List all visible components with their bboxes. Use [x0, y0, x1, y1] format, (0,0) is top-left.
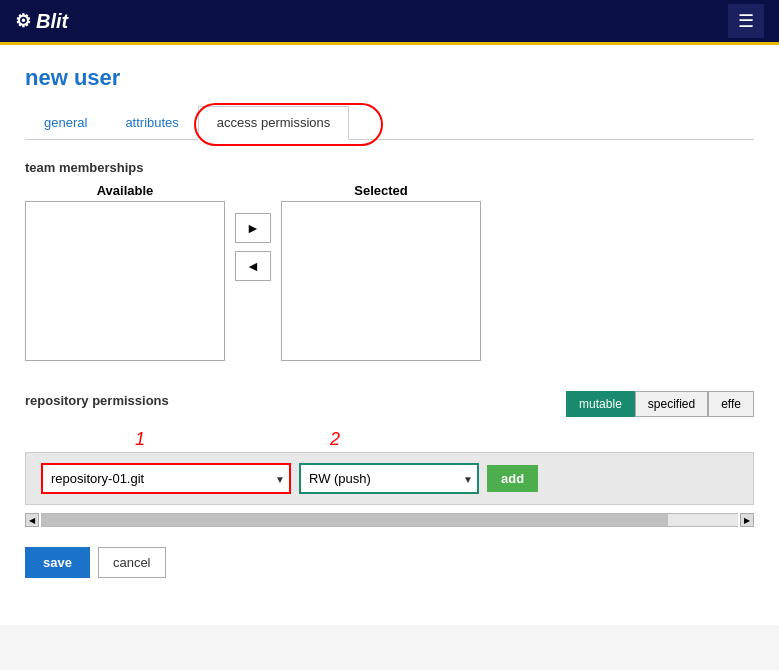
- move-left-icon: ◄: [246, 258, 260, 274]
- scroll-track: [41, 513, 738, 527]
- scroll-thumb: [41, 514, 668, 526]
- repo-permissions-label: repository permissions: [25, 393, 169, 408]
- annotation-1: 1: [135, 429, 145, 450]
- header: ⚙ Blit ☰: [0, 0, 779, 45]
- repo-permissions-header: repository permissions mutable specified…: [25, 391, 754, 417]
- logo-icon: ⚙: [15, 10, 31, 32]
- team-memberships-label: team memberships: [25, 160, 754, 175]
- repo-select-wrapper: repository-01.git repository-02.git ▼: [41, 463, 291, 494]
- available-list-box[interactable]: [25, 201, 225, 361]
- tab-access-permissions[interactable]: access permissions: [198, 106, 349, 140]
- permission-select[interactable]: RW (push) R (read) RW+ (force): [299, 463, 479, 494]
- perm-tab-effective[interactable]: effe: [708, 391, 754, 417]
- available-list-container: Available: [25, 183, 225, 361]
- move-right-icon: ►: [246, 220, 260, 236]
- page-title: new user: [25, 65, 754, 91]
- repository-select[interactable]: repository-01.git repository-02.git: [41, 463, 291, 494]
- move-right-button[interactable]: ►: [235, 213, 271, 243]
- horizontal-scrollbar[interactable]: ◀ ▶: [25, 513, 754, 527]
- selected-header: Selected: [281, 183, 481, 198]
- annotation-numbers-row: 1 2: [25, 429, 754, 450]
- perm-tab-mutable[interactable]: mutable: [566, 391, 635, 417]
- repo-permission-row: repository-01.git repository-02.git ▼ RW…: [25, 452, 754, 505]
- perm-select-wrapper: RW (push) R (read) RW+ (force) ▼: [299, 463, 479, 494]
- transfer-buttons: ► ◄: [235, 213, 271, 281]
- scroll-left-button[interactable]: ◀: [25, 513, 39, 527]
- move-left-button[interactable]: ◄: [235, 251, 271, 281]
- save-button[interactable]: save: [25, 547, 90, 578]
- permission-tabs: mutable specified effe: [566, 391, 754, 417]
- perm-tab-specified[interactable]: specified: [635, 391, 708, 417]
- repository-permissions-section: repository permissions mutable specified…: [25, 391, 754, 505]
- tab-attributes[interactable]: attributes: [106, 106, 197, 139]
- footer-buttons: save cancel: [25, 547, 754, 578]
- logo: ⚙ Blit: [15, 10, 68, 33]
- cancel-button[interactable]: cancel: [98, 547, 166, 578]
- tab-general[interactable]: general: [25, 106, 106, 139]
- annotation-2: 2: [330, 429, 340, 450]
- hamburger-menu-button[interactable]: ☰: [728, 4, 764, 38]
- hamburger-icon: ☰: [738, 11, 754, 31]
- selected-list-box[interactable]: [281, 201, 481, 361]
- available-header: Available: [25, 183, 225, 198]
- dual-list: Available ► ◄ Selected: [25, 183, 754, 361]
- selected-list-container: Selected: [281, 183, 481, 361]
- tab-bar: general attributes access permissions: [25, 106, 754, 140]
- main-content: new user general attributes access permi…: [0, 45, 779, 625]
- scroll-right-button[interactable]: ▶: [740, 513, 754, 527]
- logo-text: Blit: [36, 10, 68, 33]
- add-permission-button[interactable]: add: [487, 465, 538, 492]
- team-memberships-section: team memberships Available ► ◄ Selected: [25, 160, 754, 361]
